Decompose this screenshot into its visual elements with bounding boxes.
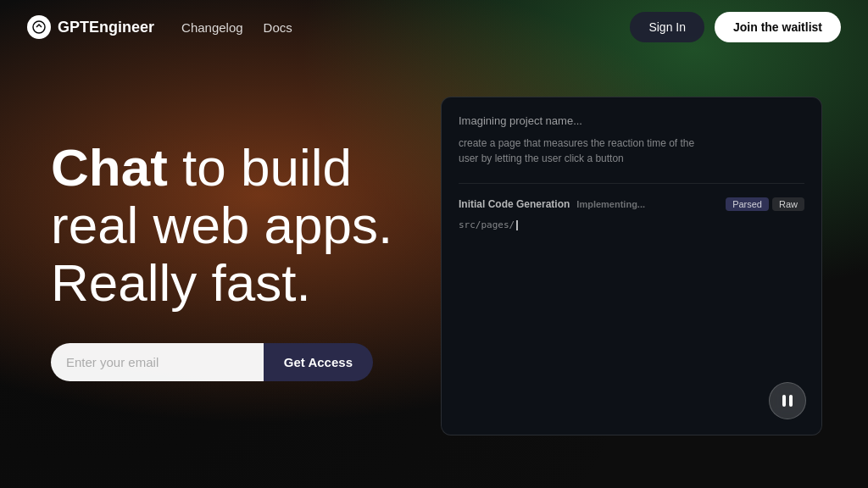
access-button[interactable]: Get Access (264, 343, 373, 381)
code-gen-title: Initial Code Generation Implementing... (459, 198, 645, 210)
preview-divider (459, 183, 804, 184)
logo-text: GPTEngineer (58, 19, 154, 36)
waitlist-button[interactable]: Join the waitlist (715, 12, 841, 42)
preview-window: Imagining project name... create a page … (441, 97, 822, 435)
nav-link-changelog[interactable]: Changelog (181, 20, 243, 35)
logo-icon (27, 15, 51, 39)
email-input[interactable] (51, 343, 264, 381)
navbar-right: Sign In Join the waitlist (630, 12, 841, 42)
preview-content: Imagining project name... create a page … (442, 97, 821, 247)
tag-parsed: Parsed (726, 197, 769, 211)
tag-raw: Raw (772, 197, 804, 211)
navbar: GPTEngineer Changelog Docs Sign In Join … (0, 0, 868, 54)
code-gen-status: Implementing... (576, 199, 645, 209)
pause-button[interactable] (769, 382, 806, 419)
preview-imagining-label: Imagining project name... (459, 114, 804, 127)
nav-link-docs[interactable]: Docs (264, 20, 292, 35)
main-content: Chat to build real web apps. Really fast… (0, 54, 868, 435)
preview-code-section: Initial Code Generation Implementing... … (459, 197, 804, 211)
preview-description: create a page that measures the reaction… (459, 136, 713, 166)
hero-title-bold: Chat (51, 138, 168, 197)
svg-point-0 (33, 21, 45, 33)
pause-icon (782, 395, 793, 407)
signin-button[interactable]: Sign In (630, 12, 704, 42)
hero-section: Chat to build real web apps. Really fast… (51, 88, 407, 381)
preview-filepath: src/pages/ (459, 219, 804, 230)
email-form: Get Access (51, 343, 373, 381)
hero-title: Chat to build real web apps. Really fast… (51, 139, 407, 313)
pause-bar-right (789, 395, 793, 407)
cursor-blink (516, 220, 518, 230)
pause-bar-left (782, 395, 786, 407)
nav-links: Changelog Docs (181, 20, 292, 35)
code-tags: Parsed Raw (726, 197, 804, 211)
navbar-left: GPTEngineer Changelog Docs (27, 15, 292, 39)
logo[interactable]: GPTEngineer (27, 15, 154, 39)
